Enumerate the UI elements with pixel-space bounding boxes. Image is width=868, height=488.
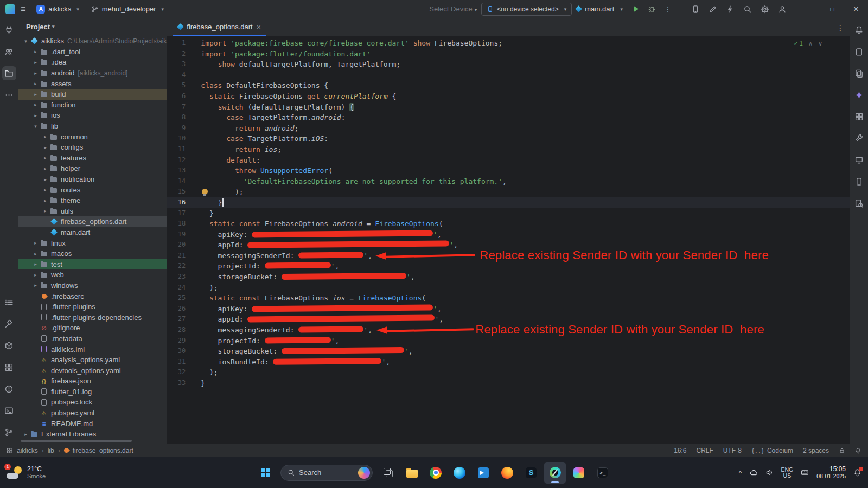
caret-position[interactable]: 16:6 [674,447,686,454]
tree-chevron-icon[interactable]: ▸ [31,81,40,86]
account-icon[interactable] [778,5,787,14]
tree-item-utils[interactable]: ▸utils [18,206,167,217]
weather-widget[interactable]: 1 21°C Smoke [7,466,46,479]
start-button[interactable] [254,462,276,484]
app-insights-icon[interactable] [852,196,866,210]
device-manager-icon[interactable] [691,5,700,14]
todo-icon[interactable] [2,295,16,309]
toolbox-icon[interactable] [568,462,590,484]
line-number[interactable]: 7 [167,102,200,113]
tree-item-main-dart[interactable]: main.dart [18,227,167,238]
tree-chevron-icon[interactable]: ▸ [41,155,49,160]
code-line-25[interactable]: 25 static const FirebaseOptions ios = Fi… [167,293,850,304]
touch-keyboard-icon[interactable] [801,468,809,477]
packages-icon[interactable] [2,338,16,352]
code-line-33[interactable]: 33} [167,378,850,389]
line-number[interactable]: 24 [167,282,200,293]
profiler-icon[interactable] [726,5,735,14]
tree-item-ios[interactable]: ▸ios [18,110,167,121]
line-number[interactable]: 11 [167,144,200,155]
line-number[interactable]: 3 [167,59,200,70]
select-device-label[interactable]: Select Device [429,5,477,13]
task-view-button[interactable] [377,462,399,484]
tree-chevron-icon[interactable]: ▸ [31,272,40,278]
vscode-icon[interactable] [473,462,494,484]
tree-item-lib[interactable]: ▾lib [18,121,167,132]
tree-item-routes[interactable]: ▸routes [18,184,167,195]
more-tools-icon[interactable] [2,88,16,102]
tree-chevron-icon[interactable]: ▸ [31,70,40,76]
gradle-icon[interactable] [852,131,866,145]
code-line-4[interactable]: 4 [167,70,850,81]
running-devices-icon[interactable] [852,153,866,167]
tree-item-android[interactable]: ▸android[aiklicks_android] [18,68,167,79]
code-line-30[interactable]: 30 storageBucket: ', [167,346,850,357]
tree-chevron-icon[interactable]: ▸ [31,240,40,246]
tree-item-aiklicks-iml[interactable]: aiklicks.iml [18,344,167,355]
tree-item-windows[interactable]: ▸windows [18,280,167,291]
notification-center[interactable] [853,468,861,477]
code-line-16[interactable]: 16 } [167,197,850,208]
code-line-31[interactable]: 31 iosBundleId: ', [167,357,850,368]
line-number[interactable]: 12 [167,155,200,166]
line-number[interactable]: 8 [167,112,200,123]
code-line-7[interactable]: 7 switch (defaultTargetPlatform) { [167,102,850,113]
codeium-widget[interactable]: Codeium [751,447,793,454]
line-number[interactable]: 27 [167,314,200,325]
run-button[interactable] [632,5,640,13]
tree-item-theme[interactable]: ▸theme [18,195,167,206]
code-line-10[interactable]: 10 case TargetPlatform.iOS: [167,133,850,144]
tree-chevron-icon[interactable]: ▸ [41,208,49,214]
tree-chevron-icon[interactable]: ▸ [31,261,40,267]
tree-chevron-icon[interactable]: ▾ [31,124,40,129]
volume-icon[interactable] [765,468,774,477]
line-number[interactable]: 5 [167,80,200,91]
close-button[interactable] [844,0,868,18]
search-icon[interactable] [743,5,752,14]
language-switcher[interactable]: ENG US [781,467,794,479]
tree-item-flutter-01-log[interactable]: flutter_01.log [18,387,167,397]
code-line-22[interactable]: 22 projectId: ', [167,261,850,272]
problems-icon[interactable] [2,382,16,396]
code-line-24[interactable]: 24 ); [167,282,850,293]
tree-chevron-icon[interactable]: ▸ [41,177,49,182]
tree-item-aiklicks-root[interactable]: ▾aiklicksC:\Users\Admin\StudioProjects\a… [18,36,167,47]
tree-chevron-icon[interactable]: ▾ [22,38,30,44]
copilot-icon[interactable] [358,467,370,479]
tree-item-assets[interactable]: ▸assets [18,78,167,89]
status-notifications-icon[interactable] [855,447,861,454]
tree-item-devtools-options-yaml[interactable]: devtools_options.yaml [18,365,167,376]
tree-item-test[interactable]: ▸test [18,259,167,269]
tab-close-icon[interactable] [257,23,261,31]
tree-item-readme-md[interactable]: README.md [18,418,167,429]
device-dropdown[interactable]: <no device selected> [481,3,572,16]
tree-chevron-icon[interactable]: ▸ [41,166,49,171]
tree-item-external-libraries[interactable]: ▸External Libraries [18,429,167,440]
code-line-11[interactable]: 11 return ios; [167,144,850,155]
plugin-icon[interactable] [2,23,16,37]
line-number[interactable]: 25 [167,293,200,304]
line-number[interactable]: 20 [167,240,200,251]
android-studio-icon[interactable] [544,462,566,484]
file-encoding[interactable]: UTF-8 [723,447,742,454]
code-line-23[interactable]: 23 storageBucket: ', [167,272,850,282]
tree-item-firebase-json[interactable]: firebase.json [18,376,167,387]
notifications-icon[interactable] [852,23,866,37]
code-line-29[interactable]: 29 projectId: ', [167,336,850,346]
line-number[interactable]: 17 [167,208,200,219]
tree-item-pubspec-lock[interactable]: pubspec.lock [18,397,167,408]
layout-inspector-icon[interactable] [709,5,717,14]
assistant-icon[interactable] [852,44,866,59]
file-explorer-icon[interactable] [401,462,423,484]
maximize-button[interactable] [820,0,844,18]
indent-setting[interactable]: 2 spaces [803,447,829,454]
code-line-12[interactable]: 12 default: [167,155,850,166]
code-line-5[interactable]: 5class DefaultFirebaseOptions { [167,80,850,91]
tree-chevron-icon[interactable]: ▸ [22,432,30,437]
chrome-icon[interactable] [425,462,446,484]
code-line-17[interactable]: 17 } [167,208,850,219]
code-line-9[interactable]: 9 return android; [167,123,850,134]
tree-chevron-icon[interactable]: ▸ [31,282,40,288]
structure-right-icon[interactable] [852,110,866,124]
services-icon[interactable] [2,360,16,374]
